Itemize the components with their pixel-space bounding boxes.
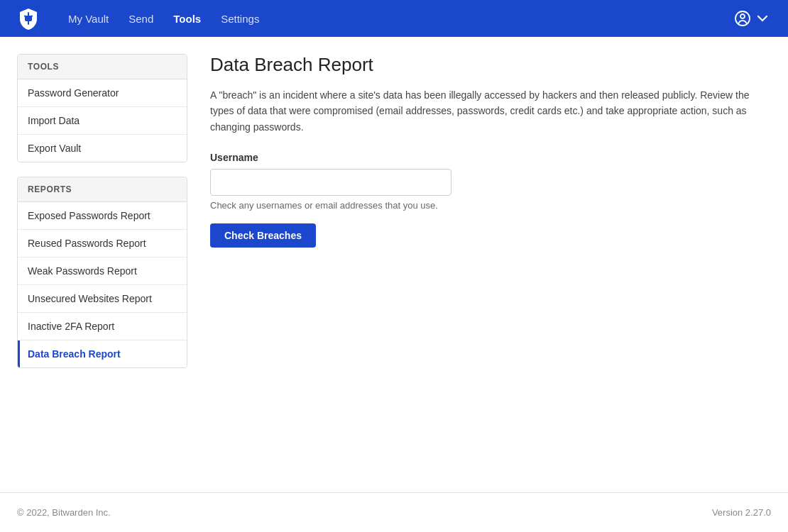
- svg-point-2: [740, 14, 745, 18]
- sidebar-item-exposed-passwords-report[interactable]: Exposed Passwords Report: [18, 202, 187, 230]
- nav-send[interactable]: Send: [128, 13, 153, 25]
- page-content: Data Breach Report A "breach" is an inci…: [210, 54, 750, 475]
- nav-my-vault[interactable]: My Vault: [68, 13, 109, 25]
- check-breaches-button[interactable]: Check Breaches: [210, 223, 316, 248]
- sidebar-item-data-breach-report[interactable]: Data Breach Report: [18, 340, 187, 367]
- sidebar-tools-section: TOOLS Password Generator Import Data Exp…: [17, 54, 187, 162]
- logo: [17, 7, 40, 30]
- page-description: A "breach" is an incident where a site's…: [210, 87, 750, 135]
- nav-settings[interactable]: Settings: [221, 13, 259, 25]
- main-nav: My Vault Send Tools Settings: [68, 13, 259, 25]
- sidebar-item-password-generator[interactable]: Password Generator: [18, 79, 187, 107]
- nav-tools[interactable]: Tools: [173, 13, 201, 25]
- footer-copyright: © 2022, Bitwarden Inc.: [17, 507, 111, 518]
- username-label: Username: [210, 152, 750, 163]
- breach-check-form: Username Check any usernames or email ad…: [210, 152, 750, 248]
- page-title: Data Breach Report: [210, 54, 750, 76]
- sidebar-item-unsecured-websites-report[interactable]: Unsecured Websites Report: [18, 285, 187, 313]
- svg-rect-0: [25, 16, 32, 21]
- sidebar-item-reused-passwords-report[interactable]: Reused Passwords Report: [18, 230, 187, 257]
- sidebar-tools-header: TOOLS: [18, 55, 187, 79]
- username-input[interactable]: [210, 169, 452, 196]
- user-menu[interactable]: [734, 10, 771, 27]
- sidebar-reports-section: REPORTS Exposed Passwords Report Reused …: [17, 177, 187, 368]
- sidebar-item-import-data[interactable]: Import Data: [18, 107, 187, 135]
- footer: © 2022, Bitwarden Inc. Version 2.27.0: [0, 492, 788, 532]
- user-circle-icon: [734, 10, 751, 27]
- sidebar: TOOLS Password Generator Import Data Exp…: [17, 54, 187, 475]
- chevron-down-icon: [754, 10, 771, 27]
- main-layout: TOOLS Password Generator Import Data Exp…: [0, 37, 788, 492]
- sidebar-item-export-vault[interactable]: Export Vault: [18, 135, 187, 162]
- top-navigation: My Vault Send Tools Settings: [0, 0, 788, 37]
- sidebar-item-inactive-2fa-report[interactable]: Inactive 2FA Report: [18, 313, 187, 340]
- sidebar-item-weak-passwords-report[interactable]: Weak Passwords Report: [18, 257, 187, 285]
- footer-version: Version 2.27.0: [712, 507, 771, 518]
- sidebar-reports-header: REPORTS: [18, 177, 187, 202]
- username-hint: Check any usernames or email addresses t…: [210, 200, 750, 211]
